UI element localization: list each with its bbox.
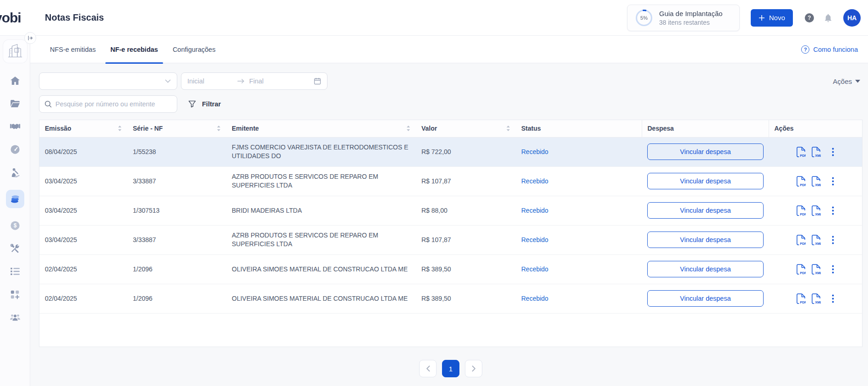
invoices-table: Emissão Série - NF Emitente Valor Status…	[39, 120, 863, 347]
prev-page-button[interactable]	[419, 360, 437, 377]
new-button[interactable]: Novo	[751, 9, 793, 27]
arrow-right-icon	[237, 78, 245, 84]
guide-title: Guia de Implantação	[659, 10, 722, 17]
user-avatar[interactable]: HA	[843, 9, 861, 27]
page-1-button[interactable]: 1	[442, 360, 459, 377]
emission-date: 02/04/2025	[45, 265, 77, 273]
how-it-works-link[interactable]: ? Como funciona	[801, 45, 858, 54]
invoice-value: R$ 107,87	[421, 236, 451, 243]
sidebar-nav: $	[6, 75, 24, 323]
download-pdf-icon[interactable]: PDF	[796, 264, 806, 275]
issuer-name: OLIVEIRA SIMOES MATERIAL DE CONSTRUCAO L…	[232, 294, 410, 303]
emission-date: 02/04/2025	[45, 295, 77, 302]
guide-items-remaining: 38 itens restantes	[659, 19, 722, 26]
link-expense-button[interactable]: Vincular despesa	[647, 143, 764, 160]
table-row[interactable]: 03/04/2025 1/307513 BRIDI MADEIRAS LTDA …	[39, 196, 862, 225]
invoice-value: R$ 389,50	[421, 295, 451, 302]
emission-date: 08/04/2025	[45, 148, 77, 155]
row-more-menu-icon[interactable]	[831, 264, 835, 275]
link-expense-button[interactable]: Vincular despesa	[647, 290, 764, 307]
issuer-name: AZRB PRODUTOS E SERVICOS DE REPARO EM SU…	[232, 231, 410, 248]
actions-dropdown[interactable]: Ações	[833, 77, 863, 85]
table-row[interactable]: 02/04/2025 1/2096 OLIVEIRA SIMOES MATERI…	[39, 284, 862, 313]
serie-nf: 1/2096	[133, 265, 153, 273]
sort-valor-icon[interactable]	[506, 125, 510, 132]
row-more-menu-icon[interactable]	[831, 147, 835, 157]
funnel-icon	[188, 100, 196, 108]
sidebar-item-deals-handshake-icon[interactable]	[6, 121, 24, 132]
svg-text:XML: XML	[815, 271, 821, 274]
download-xml-icon[interactable]: XML	[811, 205, 821, 216]
sort-serie-icon[interactable]	[217, 125, 221, 132]
search-box	[39, 95, 177, 113]
sidebar-item-apps-grid-plus-icon[interactable]	[6, 289, 24, 300]
row-more-menu-icon[interactable]	[831, 176, 835, 187]
row-more-menu-icon[interactable]	[831, 235, 835, 245]
invoice-value: R$ 107,87	[421, 177, 451, 185]
download-xml-icon[interactable]: XML	[811, 264, 821, 275]
progress-ring: 5%	[635, 9, 653, 27]
tab-nfse-emitidas[interactable]: NFS-e emitidas	[45, 36, 101, 63]
download-pdf-icon[interactable]: PDF	[796, 147, 806, 157]
download-xml-icon[interactable]: XML	[811, 147, 821, 157]
sidebar-item-team-people-icon[interactable]	[6, 312, 24, 323]
serie-nf: 1/55238	[133, 148, 156, 155]
link-expense-button[interactable]: Vincular despesa	[647, 173, 764, 189]
implementation-guide-card[interactable]: 5% Guia de Implantação 38 itens restante…	[627, 5, 740, 31]
svg-text:XML: XML	[815, 154, 821, 157]
link-expense-button[interactable]: Vincular despesa	[647, 202, 764, 219]
tab-configuracoes[interactable]: Configurações	[168, 36, 221, 63]
status-badge: Recebido	[521, 207, 548, 214]
sidebar-item-projects-folder[interactable]	[6, 98, 24, 109]
notifications-bell-icon[interactable]	[824, 13, 833, 23]
download-pdf-icon[interactable]: PDF	[796, 176, 806, 187]
status-badge: Recebido	[521, 148, 548, 155]
sidebar-item-construction-worker-icon[interactable]	[6, 167, 24, 178]
svg-text:PDF: PDF	[800, 271, 806, 274]
sidebar-item-payments-dollar-icon[interactable]: $	[6, 220, 24, 231]
download-pdf-icon[interactable]: PDF	[796, 235, 806, 245]
status-badge: Recebido	[521, 177, 548, 185]
date-range-input[interactable]: Inicial Final	[181, 72, 328, 90]
svg-text:XML: XML	[815, 300, 821, 303]
search-input[interactable]	[55, 100, 172, 108]
svg-text:XML: XML	[815, 183, 821, 186]
svg-text:PDF: PDF	[800, 183, 806, 186]
table-row[interactable]: 02/04/2025 1/2096 OLIVEIRA SIMOES MATERI…	[39, 254, 862, 284]
svg-text:XML: XML	[815, 212, 821, 215]
sidebar-item-home[interactable]	[6, 75, 24, 86]
svg-text:$: $	[13, 222, 16, 229]
filter-button[interactable]: Filtrar	[186, 100, 224, 108]
workspace-logo[interactable]	[3, 40, 27, 63]
download-pdf-icon[interactable]: PDF	[796, 205, 806, 216]
svg-text:PDF: PDF	[800, 212, 806, 215]
page-title: Notas Fiscais	[45, 12, 104, 23]
sidebar: $	[0, 36, 30, 386]
download-xml-icon[interactable]: XML	[811, 176, 821, 187]
topbar: vobi Notas Fiscais 5% Guia de Implantaçã…	[0, 0, 868, 36]
type-filter-select[interactable]	[39, 72, 177, 90]
invoice-value: R$ 88,00	[421, 207, 448, 214]
link-expense-button[interactable]: Vincular despesa	[647, 232, 764, 248]
table-header-row: Emissão Série - NF Emitente Valor Status…	[39, 120, 862, 137]
download-xml-icon[interactable]: XML	[811, 293, 821, 304]
row-more-menu-icon[interactable]	[831, 205, 835, 216]
sidebar-item-dashboard-gauge-icon[interactable]	[6, 144, 24, 155]
table-row[interactable]: 03/04/2025 3/33887 AZRB PRODUTOS E SERVI…	[39, 166, 862, 196]
row-more-menu-icon[interactable]	[831, 293, 835, 304]
download-xml-icon[interactable]: XML	[811, 235, 821, 245]
emission-date: 03/04/2025	[45, 236, 77, 243]
table-row[interactable]: 08/04/2025 1/55238 FJMS COMERCIO VAREJIS…	[39, 137, 862, 166]
link-expense-button[interactable]: Vincular despesa	[647, 261, 764, 277]
sidebar-item-tools-icon[interactable]	[6, 243, 24, 254]
sidebar-item-finance-database-icon[interactable]	[6, 190, 24, 208]
download-pdf-icon[interactable]: PDF	[796, 293, 806, 304]
sidebar-expand-button[interactable]	[24, 32, 36, 44]
sort-emissao-icon[interactable]	[118, 125, 122, 132]
help-icon[interactable]: ?	[805, 13, 814, 22]
sort-emitente-icon[interactable]	[406, 125, 410, 132]
table-row[interactable]: 03/04/2025 3/33887 AZRB PRODUTOS E SERVI…	[39, 225, 862, 254]
sidebar-item-list-icon[interactable]	[6, 266, 24, 277]
tab-nfe-recebidas[interactable]: NF-e recebidas	[105, 36, 163, 63]
next-page-button[interactable]	[465, 360, 482, 377]
